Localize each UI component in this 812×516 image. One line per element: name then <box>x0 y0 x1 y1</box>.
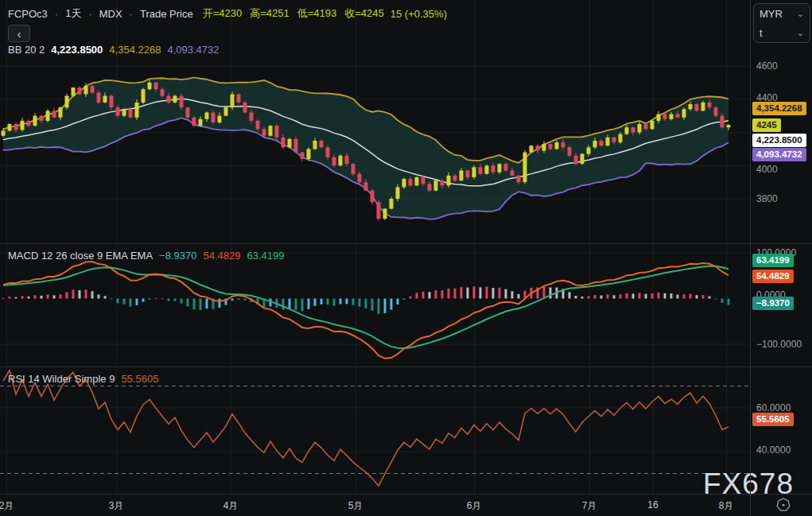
axis-tick: 3800 <box>756 193 778 204</box>
rsi-value: 55.5605 <box>121 373 158 385</box>
axis-price-badge: 4,354.2268 <box>752 102 806 115</box>
ohlc-item: 低=4193 <box>297 6 337 21</box>
axis-tick: −100.0000 <box>756 339 802 350</box>
chart-canvas[interactable] <box>0 0 750 494</box>
scale-unit-selectors: MYR ⌄ t ⌄ <box>753 3 810 43</box>
axis-price-badge: 4245 <box>752 118 781 132</box>
axis-price-badge: 4,093.4732 <box>752 148 806 161</box>
rsi-indicator-row[interactable]: RSI 14 Wilder Simple 9 55.5605 <box>8 373 158 385</box>
macd-title: MACD 12 26 close 9 EMA EMA <box>8 250 153 262</box>
unit-selector[interactable]: t ⌄ <box>754 23 810 42</box>
price-type-label: Trade Price <box>140 8 193 20</box>
currency-value: MYR <box>760 8 783 20</box>
axis-tick: 4000 <box>756 164 778 175</box>
pane-divider-macd-rsi[interactable] <box>0 367 812 367</box>
axis-price-badge: 54.4829 <box>752 270 794 283</box>
grid-lines <box>0 0 750 494</box>
symbol-header: FCPOc3 · 1天 · MDX · Trade Price 开=4230高=… <box>8 6 447 21</box>
rsi-line <box>3 371 728 486</box>
macd-signal-value: 63.4199 <box>247 250 284 262</box>
axis-price-badge: 63.4199 <box>752 254 794 267</box>
time-axis-label: 2月 <box>0 499 14 513</box>
axis-price-badge: −8.9370 <box>752 297 794 310</box>
time-axis-label: 5月 <box>348 499 363 513</box>
bb-title: BB 20 2 <box>8 44 45 56</box>
time-axis-label: 6月 <box>467 499 482 513</box>
ohlc-item: 收=4245 <box>344 6 384 21</box>
time-axis-label: 7月 <box>582 499 597 513</box>
bb-lower-value: 4,093.4732 <box>167 44 219 56</box>
bb-upper-value: 4,354.2268 <box>109 44 161 56</box>
macd-indicator-row[interactable]: MACD 12 26 close 9 EMA EMA −8.9370 54.48… <box>8 250 284 262</box>
macd-line-value: 54.4829 <box>203 250 240 262</box>
chevron-down-icon: ⌄ <box>797 9 804 19</box>
unit-value: t <box>760 27 763 39</box>
symbol-name[interactable]: FCPOc3 <box>8 8 48 20</box>
currency-selector[interactable]: MYR ⌄ <box>754 4 810 23</box>
ohlc-item: 高=4251 <box>250 6 289 21</box>
interval-label[interactable]: 1天 <box>65 6 81 21</box>
change-percent: 15 (+0.35%) <box>390 8 447 20</box>
rsi-pane <box>0 371 750 486</box>
axis-price-badge: 4,223.8500 <box>752 134 806 147</box>
chevron-left-icon: ‹ <box>17 27 21 41</box>
bb-indicator-row[interactable]: BB 20 2 4,223.8500 4,354.2268 4,093.4732 <box>8 44 220 56</box>
rsi-title: RSI 14 Wilder Simple 9 <box>8 373 115 385</box>
back-button[interactable]: ‹ <box>8 25 30 42</box>
time-axis-label: 3月 <box>109 499 124 513</box>
time-axis[interactable]: 2月3月4月5月6月7月168月 <box>0 495 812 516</box>
time-axis-label: 16 <box>647 499 658 510</box>
pane-divider-price-macd[interactable] <box>0 243 812 244</box>
macd-histogram <box>2 286 730 314</box>
axis-tick: 40.0000 <box>756 444 791 456</box>
ohlc-item: 开=4230 <box>203 6 243 21</box>
time-axis-label: 4月 <box>223 499 239 513</box>
ohlc-values: 开=4230高=4251低=4193收=4245 <box>203 6 384 21</box>
axis-tick: 4600 <box>756 60 778 72</box>
macd-histogram-value: −8.9370 <box>159 250 196 262</box>
chevron-down-icon: ⌄ <box>797 28 804 38</box>
trading-chart-app: FX678 FCPOc3 · 1天 · MDX · Trade Price 开=… <box>0 0 812 516</box>
price-scale[interactable]: 4600440040003800100.00000.0000−100.00006… <box>751 0 812 494</box>
axis-tick: 60.0000 <box>756 402 791 413</box>
bb-basis-value: 4,223.8500 <box>51 44 103 56</box>
settings-icon[interactable] <box>776 498 791 513</box>
axis-price-badge: 55.5605 <box>752 413 794 426</box>
exchange-label: MDX <box>99 8 122 20</box>
time-axis-label: 8月 <box>719 499 734 513</box>
